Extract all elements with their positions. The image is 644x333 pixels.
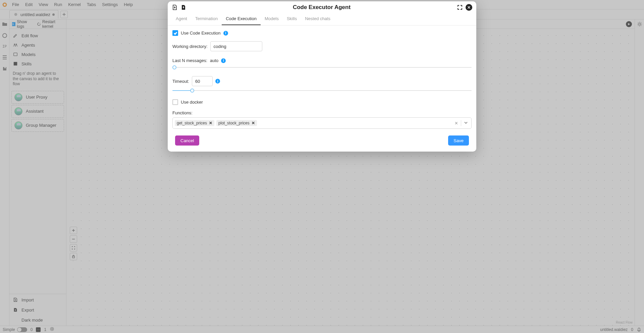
function-tag-label: get_stock_prices	[177, 121, 207, 125]
use-docker-checkbox[interactable]	[172, 99, 178, 105]
tab-models[interactable]: Models	[261, 13, 283, 25]
tab-code-execution[interactable]: Code Execution	[222, 13, 261, 25]
clear-all-icon[interactable]: ✕	[454, 121, 458, 126]
modal-header: Code Executor Agent	[168, 1, 476, 11]
function-tag: plot_stock_prices ✕	[216, 120, 257, 126]
remove-tag-icon[interactable]: ✕	[252, 121, 255, 125]
last-n-value: auto	[210, 58, 218, 63]
import-agent-icon[interactable]	[172, 4, 178, 10]
modal-title: Code Executor Agent	[186, 4, 457, 11]
cancel-button[interactable]: Cancel	[175, 135, 199, 146]
working-dir-input[interactable]	[210, 41, 262, 51]
modal-tabs: Agent Termination Code Execution Models …	[168, 11, 476, 25]
chevron-down-icon[interactable]	[464, 121, 468, 126]
info-icon[interactable]: i	[223, 31, 228, 36]
remove-tag-icon[interactable]: ✕	[209, 121, 212, 125]
modal-overlay: Code Executor Agent Agent Termination Co…	[0, 0, 644, 333]
timeout-label: Timeout:	[172, 79, 189, 84]
function-tag-label: plot_stock_prices	[218, 121, 250, 125]
timeout-slider[interactable]	[172, 90, 472, 91]
function-tag: get_stock_prices ✕	[175, 120, 214, 126]
tab-nested-chats[interactable]: Nested chats	[301, 13, 334, 25]
modal-footer: Cancel Save	[172, 133, 472, 146]
working-dir-label: Working directory:	[172, 44, 208, 49]
modal-body: Use Code Execution i Working directory: …	[168, 25, 476, 147]
save-button[interactable]: Save	[448, 135, 469, 146]
last-n-label: Last N messages:	[172, 58, 207, 63]
last-n-slider[interactable]	[172, 67, 472, 68]
use-code-exec-checkbox[interactable]	[172, 30, 178, 36]
info-icon[interactable]: i	[215, 79, 220, 84]
use-code-exec-label: Use Code Execution	[181, 31, 221, 36]
timeout-input[interactable]	[192, 76, 213, 86]
tab-termination[interactable]: Termination	[191, 13, 222, 25]
export-agent-icon[interactable]	[180, 4, 186, 10]
agent-settings-modal: Code Executor Agent Agent Termination Co…	[168, 1, 476, 152]
fullscreen-icon[interactable]	[457, 4, 463, 10]
tab-skills[interactable]: Skills	[283, 13, 301, 25]
close-modal-button[interactable]	[466, 4, 472, 11]
functions-multiselect[interactable]: get_stock_prices ✕ plot_stock_prices ✕ ✕	[172, 117, 472, 129]
functions-label: Functions:	[172, 110, 472, 115]
tab-agent[interactable]: Agent	[172, 13, 191, 25]
info-icon[interactable]: i	[221, 58, 226, 63]
use-docker-label: Use docker	[181, 100, 203, 105]
